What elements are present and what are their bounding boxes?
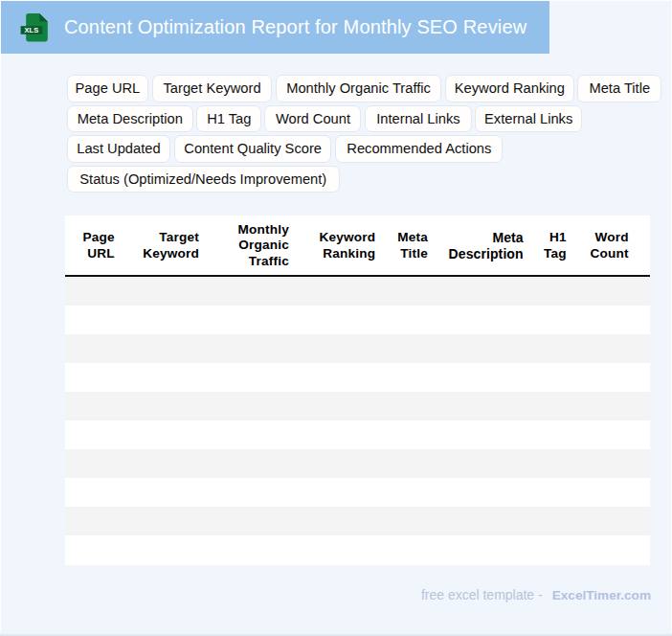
svg-text:XLS: XLS — [25, 26, 39, 34]
